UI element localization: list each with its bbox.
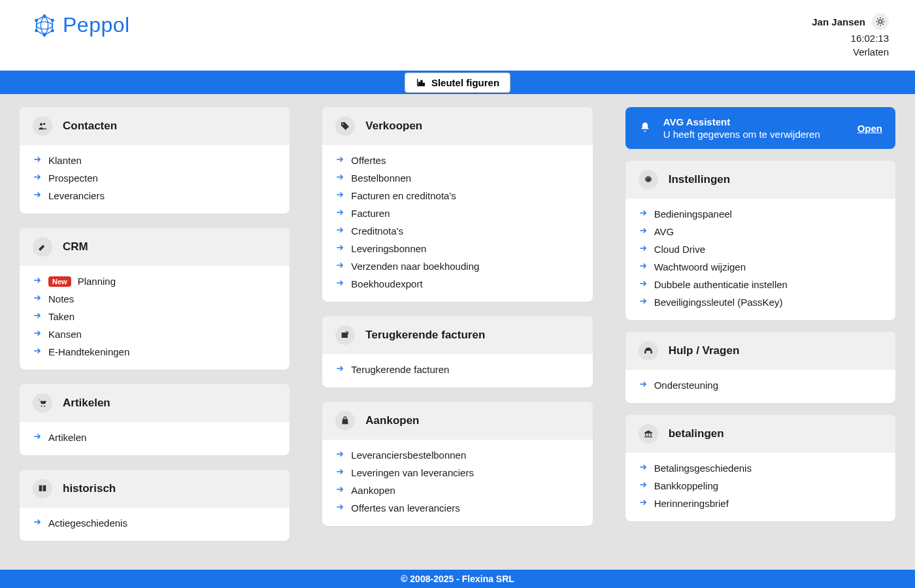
svg-rect-22 xyxy=(423,83,424,86)
link-bankkoppeling[interactable]: Bankkoppeling xyxy=(639,477,882,495)
svg-line-17 xyxy=(882,18,883,19)
chart-icon xyxy=(416,77,426,88)
link-verzenden-boekhouding[interactable]: Verzenden naar boekhouding xyxy=(335,257,579,275)
arrow-icon xyxy=(639,279,648,290)
alert-open-link[interactable]: Open xyxy=(857,123,882,134)
link-facturen[interactable]: Facturen xyxy=(335,204,579,222)
arrow-icon xyxy=(639,480,648,491)
link-2fa[interactable]: Dubbele authenticatie instellen xyxy=(639,276,882,293)
arrow-icon xyxy=(33,432,42,443)
arrow-icon xyxy=(335,261,344,272)
clock: 16:02:13 xyxy=(851,33,889,44)
link-prospecten[interactable]: Prospecten xyxy=(33,169,276,187)
card-title: Hulp / Vragen xyxy=(669,344,740,357)
card-header-crm: CRM xyxy=(20,228,290,266)
theme-toggle[interactable] xyxy=(872,13,889,30)
link-notes[interactable]: Notes xyxy=(33,290,276,308)
svg-line-14 xyxy=(877,18,878,19)
card-header-artikelen: Artikelen xyxy=(20,384,290,422)
arrow-icon xyxy=(335,485,344,496)
main-content: Contacten Klanten Prospecten Leverancier… xyxy=(0,94,915,570)
svg-rect-60 xyxy=(644,351,646,353)
link-bedieningspaneel[interactable]: Bedieningspaneel xyxy=(639,205,882,223)
link-artikelen[interactable]: Artikelen xyxy=(33,429,276,446)
arrow-icon xyxy=(335,225,344,237)
recurring-icon xyxy=(335,325,355,345)
svg-point-8 xyxy=(41,17,48,33)
link-leveranciersbestelbonnen[interactable]: Leveranciersbestelbonnen xyxy=(335,446,579,464)
brand-logo[interactable]: Peppol xyxy=(33,13,130,37)
svg-point-6 xyxy=(35,19,37,21)
link-actiegeschiedenis[interactable]: Actiegeschiedenis xyxy=(33,514,276,532)
link-leveranciers[interactable]: Leveranciers xyxy=(33,187,276,204)
bag-icon xyxy=(335,411,355,431)
link-herinneringsbrief[interactable]: Herinneringsbrief xyxy=(639,495,882,512)
arrow-icon xyxy=(639,498,648,509)
link-leveringen-leveranciers[interactable]: Leveringen van leveranciers xyxy=(335,464,579,482)
arrow-icon xyxy=(335,449,344,461)
svg-line-16 xyxy=(877,24,878,24)
card-betalingen: betalingen Betalingsgeschiedenis Bankkop… xyxy=(625,415,895,521)
people-icon xyxy=(33,116,52,136)
link-offertes[interactable]: Offertes xyxy=(335,152,579,169)
arrow-icon xyxy=(33,329,42,340)
card-artikelen: Artikelen Artikelen xyxy=(20,384,290,455)
arrow-icon xyxy=(33,190,42,201)
arrow-icon xyxy=(639,261,648,272)
card-header-aankopen: Aankopen xyxy=(322,402,592,440)
link-avg[interactable]: AVG xyxy=(639,223,882,240)
link-planning[interactable]: NewPlanning xyxy=(33,272,276,290)
link-klanten[interactable]: Klanten xyxy=(33,152,276,169)
link-offertes-leveranciers[interactable]: Offertes van leveranciers xyxy=(335,499,579,517)
bell-icon xyxy=(639,121,652,136)
link-cloud-drive[interactable]: Cloud Drive xyxy=(639,240,882,258)
svg-rect-65 xyxy=(650,433,651,436)
link-kansen[interactable]: Kansen xyxy=(33,325,276,343)
arrow-icon xyxy=(335,172,344,184)
column-1: Contacten Klanten Prospecten Leverancier… xyxy=(20,107,290,541)
card-header-instellingen: Instellingen xyxy=(625,161,895,199)
card-title: Aankopen xyxy=(365,414,419,427)
bank-icon xyxy=(639,424,658,444)
alert-subtitle: U heeft gegevens om te verwijderen xyxy=(663,129,846,140)
svg-rect-61 xyxy=(650,351,652,353)
brand-name: Peppol xyxy=(63,13,130,37)
svg-point-34 xyxy=(44,406,45,407)
link-bestelbonnen[interactable]: Bestelbonnen xyxy=(335,169,579,187)
arrow-icon xyxy=(639,208,648,220)
svg-point-2 xyxy=(52,19,54,21)
link-creditnotas[interactable]: Creditnota's xyxy=(335,222,579,240)
svg-point-4 xyxy=(43,33,45,35)
key-figures-button[interactable]: Sleutel figuren xyxy=(405,73,510,93)
link-taken[interactable]: Taken xyxy=(33,308,276,325)
new-badge: New xyxy=(48,276,71,287)
svg-point-9 xyxy=(878,20,882,23)
arrow-icon xyxy=(335,208,344,219)
link-passkey[interactable]: Beveiligingssleutel (PassKey) xyxy=(639,293,882,311)
link-boekhoudexport[interactable]: Boekhoudexport xyxy=(335,275,579,293)
arrow-icon xyxy=(335,243,344,254)
app-header: Peppol Jan Jansen 16:02:13 Verlaten xyxy=(0,0,915,71)
footer-text: © 2008-2025 - Flexina SRL xyxy=(401,574,514,584)
card-title: Artikelen xyxy=(63,397,110,410)
arrow-icon xyxy=(335,467,344,478)
link-terugkerende-facturen[interactable]: Terugkerende facturen xyxy=(335,361,579,378)
card-contacten: Contacten Klanten Prospecten Leverancier… xyxy=(20,107,290,214)
logout-link[interactable]: Verlaten xyxy=(853,46,889,57)
svg-point-3 xyxy=(52,29,54,31)
arrow-icon xyxy=(335,502,344,514)
link-ondersteuning[interactable]: Ondersteuning xyxy=(639,376,882,394)
arrow-icon xyxy=(33,276,42,287)
link-facturen-creditnotas[interactable]: Facturen en creditnota's xyxy=(335,187,579,204)
card-header-verkoopen: Verkoopen xyxy=(322,107,592,145)
arrow-icon xyxy=(33,172,42,184)
arrow-icon xyxy=(335,155,344,166)
link-aankopen[interactable]: Aankopen xyxy=(335,482,579,499)
link-wachtwoord[interactable]: Wachtwoord wijzigen xyxy=(639,258,882,276)
link-e-handtekeningen[interactable]: E-Handtekeningen xyxy=(33,343,276,361)
arrow-icon xyxy=(639,463,648,474)
link-leveringsbonnen[interactable]: Leveringsbonnen xyxy=(335,240,579,257)
link-betalingsgeschiedenis[interactable]: Betalingsgeschiedenis xyxy=(639,459,882,477)
svg-point-38 xyxy=(342,123,344,125)
svg-rect-63 xyxy=(645,433,646,436)
